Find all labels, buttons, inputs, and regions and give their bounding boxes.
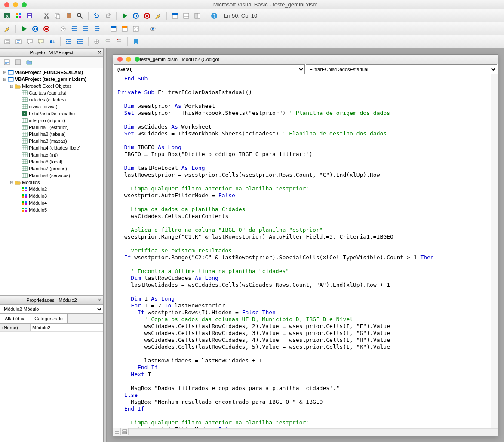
paste-button[interactable] — [64, 11, 74, 21]
tree-item[interactable]: Planilha4 (cidades_ibge) — [0, 144, 103, 151]
step-into-button[interactable] — [70, 24, 79, 34]
svg-rect-74 — [25, 196, 27, 198]
svg-rect-42 — [5, 40, 10, 44]
complete-word-button[interactable]: A+ — [47, 37, 57, 46]
code-maximize-button[interactable] — [135, 57, 140, 62]
code-close-button[interactable] — [117, 57, 123, 62]
vertical-splitter[interactable] — [103, 48, 107, 442]
step-out-button[interactable] — [92, 24, 101, 34]
view-object-button[interactable] — [13, 58, 23, 67]
svg-rect-20 — [146, 15, 148, 17]
tree-item[interactable]: ⊟Microsoft Excel Objetos — [0, 83, 103, 89]
tree-item[interactable]: XEstaPastaDeTrabalho — [0, 110, 103, 117]
full-module-view-button[interactable] — [121, 428, 129, 435]
run-sub-button[interactable] — [19, 24, 29, 34]
find-button[interactable] — [75, 11, 85, 21]
svg-text:': ' — [105, 40, 106, 43]
toggle-bookmark-button[interactable] — [131, 37, 141, 46]
svg-rect-82 — [25, 210, 27, 212]
project-panel-close-button[interactable]: × — [98, 49, 101, 55]
project-tree[interactable]: ⊞VBAProject (FUNCRES.XLAM)⊟VBAProject (t… — [0, 68, 103, 296]
break-button[interactable] — [31, 24, 40, 34]
object-browser-button[interactable] — [193, 11, 202, 21]
mod-icon — [21, 193, 28, 199]
undo-button[interactable] — [92, 11, 101, 21]
tree-item[interactable]: Planilha3 (mapas) — [0, 138, 103, 144]
toggle-folders-button[interactable] — [25, 58, 34, 67]
maximize-window-button[interactable] — [22, 2, 27, 7]
minimize-window-button[interactable] — [13, 2, 18, 7]
outdent-button[interactable] — [75, 37, 85, 46]
mod-icon — [21, 200, 28, 206]
pause-button[interactable] — [131, 11, 141, 21]
tree-item[interactable]: ⊞VBAProject (FUNCRES.XLAM) — [0, 69, 103, 76]
tree-item[interactable]: cidades (cidades) — [0, 96, 103, 103]
run-button[interactable] — [120, 11, 129, 21]
tree-item[interactable]: Módulo3 — [0, 193, 103, 200]
quick-watch-button[interactable] — [148, 24, 157, 34]
save-button[interactable] — [25, 11, 34, 21]
code-minimize-button[interactable] — [126, 57, 131, 62]
stop-button[interactable] — [142, 11, 152, 21]
close-window-button[interactable] — [4, 2, 9, 7]
list-constants-button[interactable] — [14, 37, 23, 46]
tree-item[interactable]: Capitais (capitais) — [0, 89, 103, 96]
quick-info-button[interactable] — [25, 37, 34, 46]
uncomment-block-button[interactable] — [114, 37, 124, 46]
tree-item[interactable]: divisa (divisa) — [0, 103, 103, 110]
sheet-icon — [21, 152, 28, 158]
cut-button[interactable] — [42, 11, 51, 21]
properties-panel-close-button[interactable]: × — [98, 297, 101, 303]
reset-button[interactable] — [42, 24, 51, 34]
project-panel-title: Projeto - VBAProject — [30, 50, 74, 55]
tree-item[interactable]: Módulo2 — [0, 186, 103, 193]
property-name-value[interactable]: Módulo2 — [31, 324, 103, 332]
horizontal-scrollbar[interactable] — [129, 428, 498, 436]
tree-item[interactable]: Planilha1 (estprior) — [0, 124, 103, 131]
properties-window-button[interactable] — [181, 11, 191, 21]
procedure-view-button[interactable] — [113, 428, 121, 435]
immediate-window-button[interactable] — [120, 24, 129, 34]
object-select[interactable]: (Geral) — [114, 64, 305, 74]
tree-item[interactable]: interprio (intprior) — [0, 117, 103, 124]
locals-window-button[interactable] — [109, 24, 118, 34]
svg-rect-18 — [136, 15, 137, 17]
parameter-info-button[interactable] — [36, 37, 46, 46]
svg-rect-14 — [68, 13, 70, 14]
step-over-button[interactable] — [81, 24, 90, 34]
tree-item[interactable]: Planilha5 (int) — [0, 151, 103, 158]
tab-alphabetic[interactable]: Alfabética — [0, 314, 30, 323]
project-explorer-button[interactable] — [170, 11, 180, 21]
tree-item[interactable]: ⊟VBAProject (teste_gemini.xlsm) — [0, 76, 103, 83]
insert-module-button[interactable] — [14, 11, 23, 21]
copy-button[interactable] — [53, 11, 62, 21]
tree-item[interactable]: Módulo4 — [0, 200, 103, 206]
indent-button[interactable] — [64, 37, 74, 46]
view-code-button[interactable] — [2, 58, 12, 67]
watch-window-button[interactable] — [131, 24, 141, 34]
code-editor[interactable]: End Sub Private Sub FiltrarEColarDadosEs… — [113, 74, 491, 428]
comment-block-button[interactable]: ' — [103, 37, 113, 46]
design-mode-button[interactable] — [154, 11, 163, 21]
tree-item[interactable]: Planilha7 (precos) — [0, 165, 103, 172]
properties-object-select[interactable]: Módulo2 Módulo — [0, 304, 103, 314]
redo-button[interactable] — [103, 11, 113, 21]
svg-rect-17 — [135, 15, 135, 17]
procedure-select[interactable]: FiltrarEColarDadosEstadual — [306, 64, 497, 74]
vertical-scrollbar[interactable] — [491, 74, 498, 428]
tree-item[interactable]: Planilha8 (servicos) — [0, 172, 103, 179]
svg-rect-4 — [16, 16, 18, 18]
help-button[interactable]: ? — [209, 11, 219, 21]
tree-item[interactable]: ⊟Módulos — [0, 179, 103, 186]
tree-item[interactable]: Módulo5 — [0, 206, 103, 213]
svg-rect-30 — [36, 28, 37, 30]
toggle-breakpoint-button[interactable] — [58, 24, 68, 34]
svg-rect-58 — [22, 118, 27, 123]
list-props-button[interactable] — [3, 37, 12, 46]
toggle-bp-button[interactable] — [92, 37, 101, 46]
tab-categorized[interactable]: Categorizado — [30, 314, 67, 323]
view-excel-button[interactable]: X — [3, 11, 12, 21]
tree-item[interactable]: Planilha2 (tabela) — [0, 131, 103, 138]
tree-item[interactable]: Planilha6 (local) — [0, 158, 103, 165]
compile-button[interactable] — [3, 24, 12, 34]
